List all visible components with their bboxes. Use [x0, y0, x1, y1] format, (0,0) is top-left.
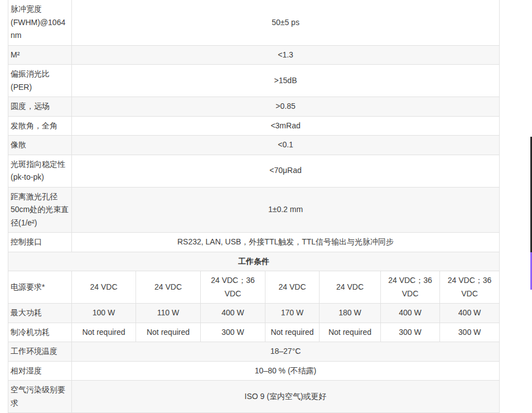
row-value: <70μRad	[72, 155, 500, 187]
table-row: 工作环境温度 18–27°C	[8, 342, 500, 362]
row-label: M²	[8, 45, 72, 65]
table-row: 偏振消光比(PER) >15dB	[8, 65, 500, 97]
grid-cell: 400 W	[440, 304, 500, 323]
table-row: 光斑指向稳定性(pk-to-pk) <70μRad	[8, 155, 500, 187]
table-row: 相对湿度 10–80 % (不结露)	[8, 361, 500, 381]
table-row: 制冷机功耗 Not required Not required 300 W No…	[8, 323, 500, 342]
row-value: RS232, LAN, USB，外接TTL触发，TTL信号输出与光脉冲同步	[72, 233, 500, 252]
grid-cell: 24 VDC	[72, 271, 136, 304]
row-value: >15dB	[72, 65, 500, 97]
grid-cell: 24 VDC；36 VDC	[381, 271, 440, 304]
row-value: 50±5 ps	[72, 0, 500, 45]
grid-cell: 24 VDC	[265, 271, 320, 304]
section-header-row: 工作条件	[8, 252, 500, 271]
row-label: 制冷机功耗	[8, 323, 72, 342]
table-row: 电源要求* 24 VDC 24 VDC 24 VDC；36 VDC 24 VDC…	[8, 271, 500, 304]
grid-cell: Not required	[136, 323, 201, 342]
grid-cell: Not required	[320, 323, 381, 342]
grid-cell: 180 W	[320, 304, 381, 323]
table-row: 最大功耗 100 W 110 W 400 W 170 W 180 W 400 W…	[8, 304, 500, 323]
grid-cell: 170 W	[265, 304, 320, 323]
grid-cell: 300 W	[201, 323, 265, 342]
row-label: 脉冲宽度(FWHM)@1064 nm	[8, 0, 72, 45]
row-label: 空气污染级别要求	[8, 381, 72, 413]
row-value: 1±0.2 mm	[72, 187, 500, 233]
grid-cell: 24 VDC	[320, 271, 381, 304]
row-label: 偏振消光比(PER)	[8, 65, 72, 97]
grid-cell: 24 VDC	[136, 271, 201, 304]
table-row: 脉冲宽度(FWHM)@1064 nm 50±5 ps	[8, 0, 500, 45]
grid-cell: Not required	[72, 323, 136, 342]
row-label: 最大功耗	[8, 304, 72, 323]
spec-page: 脉冲宽度(FWHM)@1064 nm 50±5 ps M² <1.3 偏振消光比…	[0, 0, 532, 412]
row-label: 控制接口	[8, 233, 72, 252]
row-label: 工作环境温度	[8, 342, 72, 362]
grid-cell: 400 W	[381, 304, 440, 323]
row-value: >0.85	[72, 97, 500, 117]
row-value: 18–27°C	[72, 342, 500, 362]
grid-cell: Not required	[265, 323, 320, 342]
grid-cell: 24 VDC；36 VDC	[201, 271, 265, 304]
grid-cell: 110 W	[136, 304, 201, 323]
row-label: 发散角，全角	[8, 116, 72, 136]
table-row: 像散 <0.1	[8, 136, 500, 155]
row-value: <1.3	[72, 45, 500, 65]
table-row: 空气污染级别要求 ISO 9 (室内空气)或更好	[8, 381, 500, 413]
section-header: 工作条件	[8, 252, 500, 271]
row-label: 距离激光孔径50cm处的光束直径(1/e²)	[8, 187, 72, 233]
row-label: 像散	[8, 136, 72, 155]
spec-table: 脉冲宽度(FWHM)@1064 nm 50±5 ps M² <1.3 偏振消光比…	[8, 0, 500, 413]
row-value: ISO 9 (室内空气)或更好	[72, 381, 500, 413]
grid-cell: 24 VDC；36 VDC	[440, 271, 500, 304]
table-row: 距离激光孔径50cm处的光束直径(1/e²) 1±0.2 mm	[8, 187, 500, 233]
grid-cell: 300 W	[440, 323, 500, 342]
grid-cell: 100 W	[72, 304, 136, 323]
grid-cell: 300 W	[381, 323, 440, 342]
row-label: 相对湿度	[8, 361, 72, 381]
row-value: <0.1	[72, 136, 500, 155]
row-value: <3mRad	[72, 116, 500, 136]
grid-cell: 400 W	[201, 304, 265, 323]
table-row: M² <1.3	[8, 45, 500, 65]
table-row: 控制接口 RS232, LAN, USB，外接TTL触发，TTL信号输出与光脉冲…	[8, 233, 500, 252]
row-label: 电源要求*	[8, 271, 72, 304]
row-label: 圆度，远场	[8, 97, 72, 117]
table-row: 圆度，远场 >0.85	[8, 97, 500, 117]
table-row: 发散角，全角 <3mRad	[8, 116, 500, 136]
row-label: 光斑指向稳定性(pk-to-pk)	[8, 155, 72, 187]
row-value: 10–80 % (不结露)	[72, 361, 500, 381]
